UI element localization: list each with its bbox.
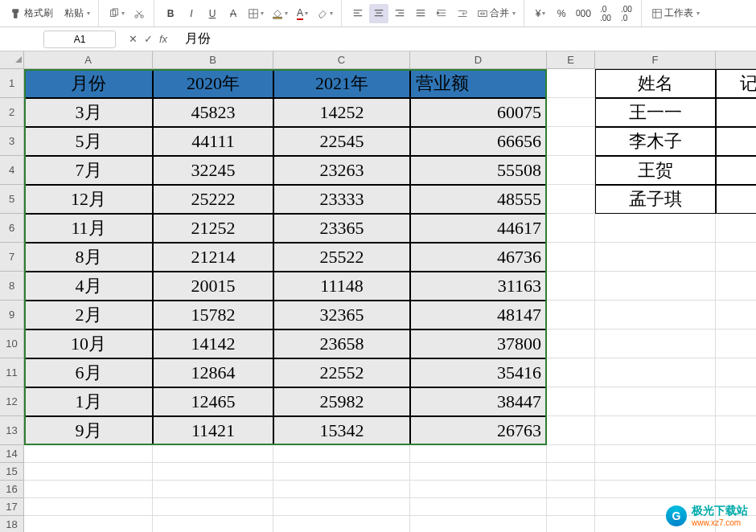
spreadsheet-grid[interactable]: ABCDEF 123456789101112131415161718 月份202… (0, 51, 756, 532)
cell[interactable] (595, 329, 716, 358)
cell[interactable]: 44111 (153, 127, 273, 156)
row-header-18[interactable]: 18 (0, 516, 24, 532)
cell[interactable]: 23263 (273, 156, 410, 185)
cell[interactable] (24, 498, 153, 516)
bold-button[interactable]: B (161, 4, 180, 23)
cell[interactable]: 31163 (410, 272, 547, 301)
worksheet-button[interactable]: 工作表 ▾ (648, 4, 703, 23)
cell[interactable] (547, 481, 595, 498)
cell[interactable] (410, 498, 547, 516)
col-header-A[interactable]: A (24, 51, 153, 69)
cell[interactable]: 38447 (410, 387, 547, 416)
cell[interactable] (153, 516, 273, 532)
cell[interactable]: 48147 (410, 301, 547, 329)
cell[interactable] (410, 516, 547, 532)
row-header-1[interactable]: 1 (0, 69, 24, 98)
cell[interactable]: 66656 (410, 127, 547, 156)
cell[interactable] (410, 445, 547, 463)
cell[interactable] (547, 185, 595, 214)
cell[interactable]: 6月 (24, 358, 153, 387)
cell[interactable] (716, 358, 756, 387)
cell[interactable] (153, 463, 273, 481)
select-all-corner[interactable] (0, 51, 24, 69)
cell[interactable]: 55508 (410, 156, 547, 185)
cell[interactable] (716, 214, 756, 243)
cell[interactable]: 11421 (153, 416, 273, 445)
cell[interactable]: 12465 (153, 387, 273, 416)
row-header-13[interactable]: 13 (0, 416, 24, 445)
cell[interactable] (716, 185, 756, 214)
cell[interactable] (153, 498, 273, 516)
cell[interactable] (24, 463, 153, 481)
cell[interactable] (273, 445, 410, 463)
italic-button[interactable]: I (182, 4, 201, 23)
fx-icon[interactable]: fx (159, 33, 167, 45)
cell[interactable]: 2月 (24, 301, 153, 329)
align-right-button[interactable] (390, 4, 409, 23)
comma-button[interactable]: 000 (573, 4, 594, 23)
cell[interactable]: 14142 (153, 329, 273, 358)
cell[interactable] (595, 445, 716, 463)
cell[interactable] (716, 463, 756, 481)
cell[interactable]: 9月 (24, 416, 153, 445)
cell[interactable] (273, 481, 410, 498)
cell[interactable] (716, 98, 756, 127)
cell[interactable]: 60075 (410, 98, 547, 127)
cell[interactable]: 营业额 (410, 69, 547, 98)
cell[interactable] (547, 127, 595, 156)
cell[interactable] (547, 329, 595, 358)
row-header-4[interactable]: 4 (0, 156, 24, 185)
formula-input[interactable] (180, 31, 753, 48)
cell[interactable] (547, 69, 595, 98)
align-justify-button[interactable] (411, 4, 430, 23)
cell[interactable]: 李木子 (595, 127, 716, 156)
cell[interactable] (273, 516, 410, 532)
cell[interactable]: 15782 (153, 301, 273, 329)
cell[interactable]: 王一一 (595, 98, 716, 127)
underline-button[interactable]: U (203, 4, 222, 23)
cell[interactable]: 44617 (410, 214, 547, 243)
strikethrough-button[interactable]: A (224, 4, 243, 23)
cell[interactable] (716, 272, 756, 301)
cell[interactable]: 11148 (273, 272, 410, 301)
cell[interactable]: 25222 (153, 185, 273, 214)
cell[interactable]: 王贺 (595, 156, 716, 185)
confirm-icon[interactable]: ✓ (144, 33, 153, 45)
cell[interactable]: 4月 (24, 272, 153, 301)
cell[interactable]: 记 (716, 69, 756, 98)
font-color-button[interactable]: A ▾ (293, 4, 312, 23)
merge-cells-button[interactable]: 合并 ▾ (474, 4, 519, 23)
col-header-B[interactable]: B (153, 51, 273, 69)
cell[interactable] (595, 387, 716, 416)
row-header-17[interactable]: 17 (0, 498, 24, 516)
cell[interactable] (547, 463, 595, 481)
row-header-5[interactable]: 5 (0, 185, 24, 214)
cell[interactable] (547, 387, 595, 416)
name-box[interactable]: A1 (43, 31, 116, 48)
row-header-15[interactable]: 15 (0, 463, 24, 481)
cell[interactable]: 11月 (24, 214, 153, 243)
cell[interactable]: 37800 (410, 329, 547, 358)
cell[interactable] (547, 516, 595, 532)
cut-button[interactable] (129, 4, 149, 23)
cell[interactable] (595, 214, 716, 243)
col-header-F[interactable]: F (595, 51, 716, 69)
wrap-text-button[interactable] (453, 4, 472, 23)
cell[interactable] (547, 272, 595, 301)
cell[interactable]: 35416 (410, 358, 547, 387)
cell[interactable] (716, 416, 756, 445)
clear-format-button[interactable]: ▾ (314, 4, 336, 23)
cell[interactable] (595, 481, 716, 498)
row-header-10[interactable]: 10 (0, 329, 24, 358)
cell[interactable] (547, 156, 595, 185)
row-header-7[interactable]: 7 (0, 243, 24, 272)
cell[interactable]: 月份 (24, 69, 153, 98)
cell[interactable] (547, 445, 595, 463)
currency-button[interactable]: ¥▾ (531, 4, 550, 23)
cell[interactable]: 8月 (24, 243, 153, 272)
cells-area[interactable]: 月份2020年2021年营业额姓名记3月458231425260075王一一5月… (24, 69, 756, 532)
cell[interactable]: 1月 (24, 387, 153, 416)
row-header-2[interactable]: 2 (0, 98, 24, 127)
cell[interactable]: 14252 (273, 98, 410, 127)
cell[interactable]: 23333 (273, 185, 410, 214)
